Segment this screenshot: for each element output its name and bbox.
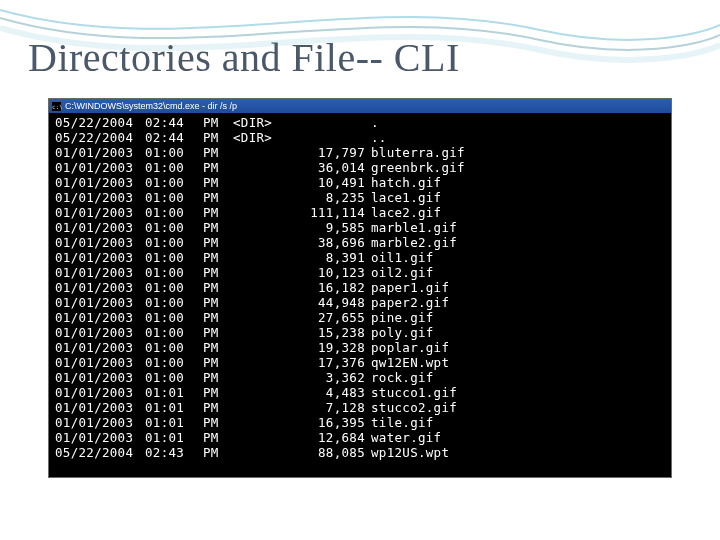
col-dir xyxy=(233,325,293,340)
col-name: oil2.gif xyxy=(371,265,665,280)
col-date: 01/01/2003 xyxy=(55,220,145,235)
col-ampm: PM xyxy=(203,130,233,145)
col-size: 111,114 xyxy=(293,205,371,220)
col-time: 01:00 xyxy=(145,295,203,310)
col-ampm: PM xyxy=(203,415,233,430)
col-time: 01:00 xyxy=(145,235,203,250)
list-item: 01/01/200301:01PM16,395tile.gif xyxy=(55,415,665,430)
col-size: 16,395 xyxy=(293,415,371,430)
col-dir xyxy=(233,370,293,385)
col-ampm: PM xyxy=(203,370,233,385)
col-time: 01:00 xyxy=(145,355,203,370)
col-ampm: PM xyxy=(203,280,233,295)
col-ampm: PM xyxy=(203,400,233,415)
col-date: 05/22/2004 xyxy=(55,115,145,130)
col-ampm: PM xyxy=(203,235,233,250)
col-size: 10,123 xyxy=(293,265,371,280)
col-ampm: PM xyxy=(203,340,233,355)
col-date: 01/01/2003 xyxy=(55,385,145,400)
list-item: 01/01/200301:00PM9,585marble1.gif xyxy=(55,220,665,235)
col-date: 01/01/2003 xyxy=(55,235,145,250)
col-time: 01:00 xyxy=(145,250,203,265)
col-dir xyxy=(233,400,293,415)
col-ampm: PM xyxy=(203,190,233,205)
list-item: 01/01/200301:00PM3,362rock.gif xyxy=(55,370,665,385)
col-size: 3,362 xyxy=(293,370,371,385)
col-date: 01/01/2003 xyxy=(55,265,145,280)
col-dir xyxy=(233,295,293,310)
col-name: pine.gif xyxy=(371,310,665,325)
col-name: wp12US.wpt xyxy=(371,445,665,460)
col-name: lace2.gif xyxy=(371,205,665,220)
col-ampm: PM xyxy=(203,355,233,370)
col-ampm: PM xyxy=(203,430,233,445)
col-size: 8,391 xyxy=(293,250,371,265)
col-time: 01:00 xyxy=(145,280,203,295)
col-dir: <DIR> xyxy=(233,130,293,145)
col-date: 01/01/2003 xyxy=(55,160,145,175)
col-date: 05/22/2004 xyxy=(55,445,145,460)
col-time: 01:00 xyxy=(145,325,203,340)
list-item: 01/01/200301:00PM16,182paper1.gif xyxy=(55,280,665,295)
list-item: 01/01/200301:00PM38,696marble2.gif xyxy=(55,235,665,250)
col-name: marble2.gif xyxy=(371,235,665,250)
col-size: 8,235 xyxy=(293,190,371,205)
list-item: 01/01/200301:00PM15,238poly.gif xyxy=(55,325,665,340)
list-item: 01/01/200301:00PM17,376qw12EN.wpt xyxy=(55,355,665,370)
col-name: bluterra.gif xyxy=(371,145,665,160)
col-date: 01/01/2003 xyxy=(55,175,145,190)
page-title: Directories and File-- CLI xyxy=(28,34,460,81)
col-date: 01/01/2003 xyxy=(55,340,145,355)
terminal-output[interactable]: 05/22/200402:44PM<DIR>.05/22/200402:44PM… xyxy=(49,113,671,477)
col-dir xyxy=(233,190,293,205)
col-ampm: PM xyxy=(203,325,233,340)
col-size: 7,128 xyxy=(293,400,371,415)
col-ampm: PM xyxy=(203,205,233,220)
col-time: 01:01 xyxy=(145,430,203,445)
col-dir xyxy=(233,415,293,430)
list-item: 01/01/200301:00PM19,328poplar.gif xyxy=(55,340,665,355)
col-date: 01/01/2003 xyxy=(55,400,145,415)
col-dir xyxy=(233,385,293,400)
col-ampm: PM xyxy=(203,265,233,280)
col-name: paper1.gif xyxy=(371,280,665,295)
col-size: 10,491 xyxy=(293,175,371,190)
col-date: 01/01/2003 xyxy=(55,310,145,325)
col-ampm: PM xyxy=(203,385,233,400)
col-time: 01:00 xyxy=(145,220,203,235)
col-dir xyxy=(233,205,293,220)
col-size: 19,328 xyxy=(293,340,371,355)
col-size: 4,483 xyxy=(293,385,371,400)
col-size: 44,948 xyxy=(293,295,371,310)
col-name: rock.gif xyxy=(371,370,665,385)
col-date: 01/01/2003 xyxy=(55,355,145,370)
col-time: 01:00 xyxy=(145,265,203,280)
col-date: 01/01/2003 xyxy=(55,295,145,310)
list-item: 01/01/200301:00PM44,948paper2.gif xyxy=(55,295,665,310)
col-name: tile.gif xyxy=(371,415,665,430)
col-time: 01:01 xyxy=(145,415,203,430)
cmd-window: c:\ C:\WINDOWS\system32\cmd.exe - dir /s… xyxy=(48,98,672,478)
col-time: 01:01 xyxy=(145,400,203,415)
col-name: qw12EN.wpt xyxy=(371,355,665,370)
col-date: 01/01/2003 xyxy=(55,205,145,220)
col-dir xyxy=(233,430,293,445)
col-ampm: PM xyxy=(203,115,233,130)
col-date: 01/01/2003 xyxy=(55,280,145,295)
col-time: 02:43 xyxy=(145,445,203,460)
col-size: 15,238 xyxy=(293,325,371,340)
col-name: water.gif xyxy=(371,430,665,445)
col-time: 01:00 xyxy=(145,370,203,385)
col-name: . xyxy=(371,115,665,130)
list-item: 01/01/200301:00PM36,014greenbrk.gif xyxy=(55,160,665,175)
col-dir xyxy=(233,265,293,280)
col-size: 12,684 xyxy=(293,430,371,445)
list-item: 01/01/200301:00PM17,797bluterra.gif xyxy=(55,145,665,160)
col-date: 01/01/2003 xyxy=(55,430,145,445)
col-size: 27,655 xyxy=(293,310,371,325)
cmd-titlebar[interactable]: c:\ C:\WINDOWS\system32\cmd.exe - dir /s… xyxy=(49,99,671,113)
col-date: 01/01/2003 xyxy=(55,190,145,205)
list-item: 01/01/200301:01PM4,483stucco1.gif xyxy=(55,385,665,400)
col-time: 01:01 xyxy=(145,385,203,400)
list-item: 05/22/200402:44PM<DIR>.. xyxy=(55,130,665,145)
